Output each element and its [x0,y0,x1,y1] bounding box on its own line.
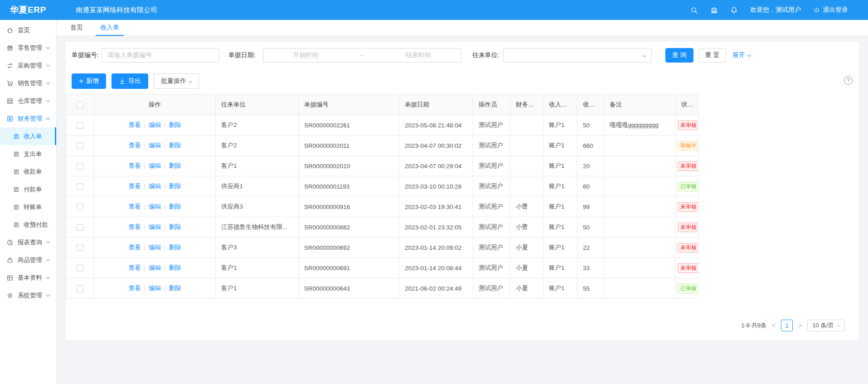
date-range-input[interactable]: 开始时间 ~ 结束时间 [263,48,461,63]
view-link[interactable]: 查看 [128,224,141,230]
select-all-checkbox[interactable] [77,102,83,108]
action-separator: | [164,285,166,292]
search-icon[interactable] [690,6,698,14]
date-start-placeholder: 开始时间 [293,51,319,59]
remark-cell [604,176,676,197]
bill-no-input[interactable]: 请输入单据编号 [102,48,219,63]
edit-link[interactable]: 编辑 [149,285,161,292]
delete-link[interactable]: 删除 [169,224,181,230]
sidebar-item-finance[interactable]: 财务管理 [0,110,56,127]
export-button[interactable]: 导出 [112,73,148,89]
tab-income-bill[interactable]: 收入单 [96,20,124,36]
edit-link[interactable]: 编辑 [149,244,161,251]
delete-link[interactable]: 删除 [169,285,181,292]
row-checkbox[interactable] [77,183,83,190]
view-link[interactable]: 查看 [128,142,141,149]
partner-select[interactable] [503,48,652,63]
row-checkbox[interactable] [77,122,83,129]
export-label: 导出 [128,77,141,85]
pagination-summary: 1-9 共9条 [741,321,766,330]
page-size-select[interactable]: 10 条/页 [807,320,845,331]
sidebar-item-home[interactable]: 首页 [0,21,56,39]
search-button[interactable]: 查 询 [665,48,693,63]
finance-staff-cell [510,176,543,197]
bell-icon[interactable] [730,6,738,14]
delete-link[interactable]: 删除 [169,244,181,251]
sidebar-item-reports[interactable]: 报表查询 [0,233,56,251]
logout-button[interactable]: 退出登录 [813,6,848,14]
partner-cell: 客户1 [216,156,299,176]
view-link[interactable]: 查看 [128,203,141,210]
row-checkbox[interactable] [77,163,83,170]
help-icon[interactable]: ? [844,76,853,85]
edit-link[interactable]: 编辑 [149,203,161,210]
sidebar-item-warehouse[interactable]: 仓库管理 [0,92,56,110]
expand-link[interactable]: 展开 [732,51,751,59]
sidebar-item-sales[interactable]: 销售管理 [0,74,56,92]
page-1-button[interactable]: 1 [781,320,793,331]
view-link[interactable]: 查看 [128,264,141,271]
row-actions-cell: 查看|编辑|删除 [94,156,216,176]
sidebar-item-expense-bill[interactable]: 支出单 [0,145,56,163]
sidebar-item-basic-data[interactable]: 基本资料 [0,269,56,287]
bank-icon[interactable] [710,6,718,14]
action-separator: | [144,162,145,169]
sidebar-item-retail[interactable]: 零售管理 [0,39,56,57]
sidebar-item-payment-bill[interactable]: 付款单 [0,180,56,198]
next-page-button[interactable]: > [797,322,803,329]
edit-link[interactable]: 编辑 [149,224,161,230]
toolbar: + 新增 导出 批量操作 [72,73,199,89]
delete-link[interactable]: 删除 [169,183,181,190]
expand-label: 展开 [732,51,745,59]
sidebar-item-prepayment[interactable]: 收预付款 [0,216,56,233]
logout-label: 退出登录 [823,6,848,14]
reset-button[interactable]: 重 置 [699,48,726,63]
account-cell: 账户1 [543,258,577,278]
delete-link[interactable]: 删除 [169,122,181,128]
batch-actions-button[interactable]: 批量操作 [154,73,199,89]
amount-cell: 99 [577,197,604,217]
row-checkbox[interactable] [77,244,83,251]
add-button[interactable]: + 新增 [72,73,106,89]
delete-link[interactable]: 删除 [169,142,181,149]
remark-cell [604,258,676,278]
delete-link[interactable]: 删除 [169,203,181,210]
view-link[interactable]: 查看 [128,122,141,128]
row-checkbox[interactable] [77,285,83,292]
amount-cell: 50 [577,115,604,136]
table-row: 查看|编辑|删除客户1SR000000006912023-01-14 20:08… [66,258,698,278]
sidebar-item-label: 收入单 [24,132,42,141]
view-link[interactable]: 查看 [128,183,141,190]
edit-link[interactable]: 编辑 [149,264,161,271]
action-separator: | [164,142,166,149]
row-checkbox[interactable] [77,224,83,231]
edit-link[interactable]: 编辑 [149,122,161,128]
bill-no-cell: SR00000002261 [299,115,399,136]
delete-link[interactable]: 删除 [169,264,181,271]
edit-link[interactable]: 编辑 [149,142,161,149]
operator-cell: 测试用户 [473,238,510,258]
tab-home[interactable]: 首页 [66,20,87,36]
row-checkbox[interactable] [77,142,83,149]
edit-link[interactable]: 编辑 [149,162,161,169]
row-checkbox[interactable] [77,265,83,272]
sidebar-item-label: 零售管理 [18,44,42,52]
action-separator: | [144,264,145,271]
row-checkbox[interactable] [77,204,83,210]
edit-link[interactable]: 编辑 [149,183,161,190]
bill-no-cell: SR00000002011 [299,136,399,156]
sidebar-item-income-bill[interactable]: 收入单 [0,127,56,145]
table-row: 查看|编辑|删除客户1SR000000006432021-06-02 00:24… [66,278,698,299]
delete-link[interactable]: 删除 [169,162,181,169]
table-header-row: 操作往来单位单据编号单据日期操作员财务人员收入账户收入金额备注状态 [66,95,698,115]
view-link[interactable]: 查看 [128,244,141,251]
prev-page-button[interactable]: < [771,322,776,329]
sidebar-item-purchase[interactable]: 采购管理 [0,57,56,74]
content-card: 单据编号: 请输入单据编号 单据日期: 开始时间 ~ 结束时间 往来单位: 查 … [66,42,859,340]
sidebar-item-goods[interactable]: 商品管理 [0,251,56,269]
sidebar-item-transfer-bill[interactable]: 转账单 [0,198,56,216]
sidebar-item-system[interactable]: 系统管理 [0,287,56,304]
sidebar-item-receipt-bill[interactable]: 收款单 [0,163,56,180]
view-link[interactable]: 查看 [128,162,141,169]
view-link[interactable]: 查看 [128,285,141,292]
